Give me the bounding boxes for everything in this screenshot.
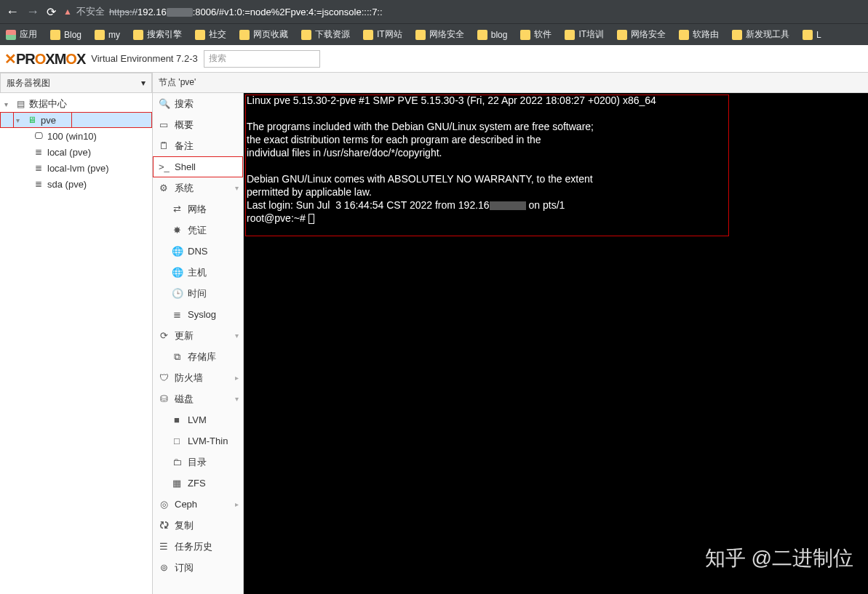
- nav-search[interactable]: 🔍搜索: [153, 93, 243, 114]
- folder-icon: [565, 30, 575, 40]
- shield-icon: 🛡: [159, 372, 169, 383]
- bookmark-item[interactable]: 网络安全: [415, 28, 464, 41]
- cogs-icon: ⚙: [159, 182, 169, 193]
- monitor-icon: 🖵: [33, 131, 44, 141]
- tree-vm-100[interactable]: 🖵 100 (win10): [0, 128, 152, 144]
- bookmark-item[interactable]: blog: [477, 30, 508, 40]
- back-button[interactable]: ←: [6, 4, 19, 20]
- nav-hosts[interactable]: 🌐主机: [153, 262, 243, 283]
- bookmark-item[interactable]: L: [803, 30, 821, 40]
- nav-notes[interactable]: 🗒备注: [153, 135, 243, 156]
- bookmark-item[interactable]: 网络安全: [617, 28, 666, 41]
- exchange-icon: ⇄: [172, 204, 182, 214]
- nav-system[interactable]: ⚙系统▾: [153, 177, 243, 198]
- globe-icon: 🌐: [172, 267, 182, 278]
- folder-icon: [363, 30, 373, 40]
- bookmark-item[interactable]: 软件: [520, 28, 552, 41]
- bookmark-item[interactable]: 社交: [195, 28, 226, 41]
- terminal-cursor: [308, 214, 314, 224]
- bookmark-item[interactable]: 下载资源: [301, 28, 350, 41]
- nav-network[interactable]: ⇄网络: [153, 198, 243, 220]
- nav-disks[interactable]: ⛁磁盘▾: [153, 388, 243, 409]
- reload-button[interactable]: ⟳: [47, 5, 56, 19]
- nav-lvmthin[interactable]: □LVM-Thin: [153, 430, 243, 451]
- hdd-icon: ⛁: [159, 393, 169, 404]
- sticky-note-icon: 🗒: [159, 140, 169, 151]
- nav-shell[interactable]: >_Shell: [153, 156, 243, 177]
- watermark-text: 知乎 @二进制位: [699, 545, 853, 572]
- chevron-down-icon: ▾: [235, 395, 239, 403]
- folder-icon: [133, 30, 143, 40]
- shell-terminal[interactable]: Linux pve 5.15.30-2-pve #1 SMP PVE 5.15.…: [244, 93, 868, 594]
- th-large-icon: ▦: [172, 478, 182, 489]
- support-icon: ⊚: [159, 562, 169, 573]
- nav-updates[interactable]: ⟳更新▾: [153, 325, 243, 346]
- cubes-icon: ⧉: [172, 351, 182, 363]
- bookmark-item[interactable]: IT网站: [363, 28, 402, 41]
- bookmark-item[interactable]: IT培训: [565, 28, 604, 41]
- storage-icon: ≣: [33, 147, 44, 157]
- apps-grid-icon: [6, 30, 16, 40]
- browser-toolbar: ← → ⟳ ▲ 不安全 https://192.16:8006/#v1:0:=n…: [0, 0, 868, 23]
- view-selector-dropdown[interactable]: 服务器视图▾: [0, 73, 152, 93]
- nav-certs[interactable]: ✸凭证: [153, 220, 243, 241]
- tree-node-pve[interactable]: ▾ 🖥 pve: [0, 112, 152, 128]
- server-icon: 🖥: [27, 115, 37, 125]
- version-label: Virtual Environment 7.2-3: [91, 53, 197, 64]
- bookmark-item[interactable]: Blog: [50, 30, 81, 40]
- chevron-down-icon: ▾: [235, 332, 239, 340]
- proxmox-logo[interactable]: ✕PROXMOX: [4, 50, 85, 68]
- tree-storage-local-lvm[interactable]: ≣ local-lvm (pve): [0, 160, 152, 176]
- nav-replication[interactable]: 🗘复制: [153, 515, 243, 536]
- tree-datacenter[interactable]: ▾ ▤ 数据中心: [0, 96, 152, 112]
- address-bar[interactable]: ▲ 不安全 https://192.16:8006/#v1:0:=node%2F…: [63, 5, 383, 18]
- list-icon: ≣: [172, 309, 182, 320]
- folder-icon: [617, 30, 627, 40]
- bookmarks-bar: 应用 Blog my 搜索引擎 社交 网页收藏 下载资源 IT网站 网络安全 b…: [0, 23, 868, 45]
- tree-storage-sda[interactable]: ≣ sda (pve): [0, 176, 152, 192]
- datacenter-icon: ▤: [15, 99, 25, 109]
- bookmark-item[interactable]: 软路由: [679, 28, 719, 41]
- nav-firewall[interactable]: 🛡防火墙▸: [153, 367, 243, 388]
- content-breadcrumb: 节点 'pve': [153, 73, 868, 93]
- terminal-icon: >_: [159, 161, 169, 172]
- search-icon: 🔍: [159, 98, 169, 109]
- nav-dns[interactable]: 🌐DNS: [153, 241, 243, 262]
- apps-shortcut[interactable]: 应用: [6, 28, 37, 41]
- folder-icon: [477, 30, 487, 40]
- square-outline-icon: □: [172, 436, 182, 446]
- bookmark-item[interactable]: my: [95, 30, 120, 40]
- nav-syslog[interactable]: ≣Syslog: [153, 304, 243, 325]
- global-search-input[interactable]: 搜索: [204, 50, 320, 68]
- nav-directory[interactable]: 🗀目录: [153, 451, 243, 473]
- folder-icon: [732, 30, 742, 40]
- folder-icon: [679, 30, 689, 40]
- terminal-output: Linux pve 5.15.30-2-pve #1 SMP PVE 5.15.…: [244, 93, 868, 227]
- nav-lvm[interactable]: ■LVM: [153, 409, 243, 430]
- refresh-icon: ⟳: [159, 330, 169, 341]
- url-text: https://192.16:8006/#v1:0:=node%2Fpve:4:…: [109, 7, 383, 17]
- bookmark-item[interactable]: 网页收藏: [239, 28, 288, 41]
- nav-subscription[interactable]: ⊚订阅: [153, 557, 243, 578]
- nav-summary[interactable]: ▭概要: [153, 114, 243, 135]
- forward-button[interactable]: →: [26, 4, 39, 20]
- folder-icon: [195, 30, 205, 40]
- book-icon: ▭: [159, 119, 169, 130]
- ceph-icon: ◎: [159, 499, 169, 510]
- proxmox-header: ✕PROXMOX Virtual Environment 7.2-3 搜索: [0, 45, 868, 73]
- chevron-down-icon: ▾: [141, 78, 146, 88]
- bookmark-item[interactable]: 新发现工具: [732, 28, 789, 41]
- folder-icon: [520, 30, 530, 40]
- folder-icon: [50, 30, 60, 40]
- square-icon: ■: [172, 414, 182, 425]
- nav-repo[interactable]: ⧉存储库: [153, 346, 243, 367]
- nav-ceph[interactable]: ◎Ceph▸: [153, 494, 243, 515]
- nav-tasks[interactable]: ☰任务历史: [153, 536, 243, 557]
- collapse-icon[interactable]: ▾: [4, 100, 12, 108]
- nav-time[interactable]: 🕒时间: [153, 283, 243, 304]
- nav-zfs[interactable]: ▦ZFS: [153, 473, 243, 494]
- tree-storage-local[interactable]: ≣ local (pve): [0, 144, 152, 160]
- bookmark-item[interactable]: 搜索引擎: [133, 28, 182, 41]
- collapse-icon[interactable]: ▾: [16, 116, 23, 124]
- node-nav-panel: 🔍搜索 ▭概要 🗒备注 >_Shell ⚙系统▾ ⇄网络 ✸凭证 🌐DNS 🌐主…: [153, 93, 244, 594]
